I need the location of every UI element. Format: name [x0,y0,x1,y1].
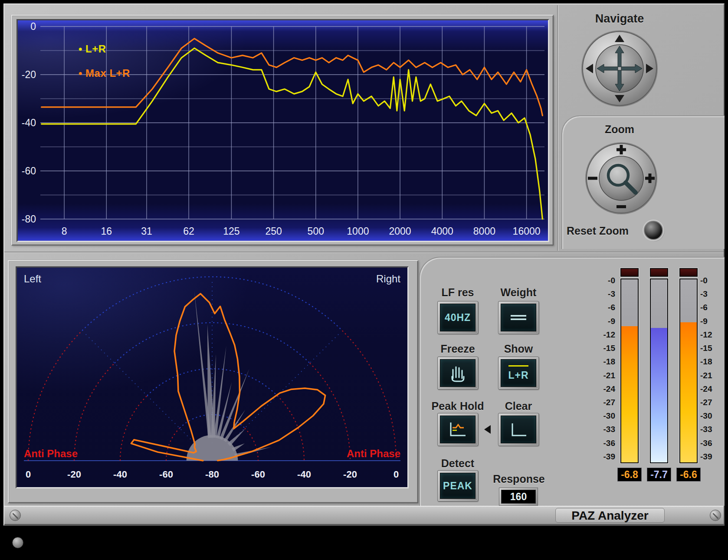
navigate-label: Navigate [563,12,676,26]
meter-scale-tick: -27 [700,398,721,407]
meter-scale-tick: -3 [594,289,615,299]
reset-zoom-button[interactable] [644,221,663,240]
svg-text:500: 500 [308,226,324,237]
lf-res-button[interactable]: 40HZ [437,301,478,334]
meter-fill-left [621,326,638,462]
clear-axis-icon [506,419,531,440]
meter-scale-tick: -33 [594,425,615,434]
svg-text:-20: -20 [22,69,36,80]
zoom-pad[interactable] [584,141,658,215]
meter-scale-tick: -0 [594,276,615,285]
meter-scale-tick: -18 [700,357,721,367]
meter-scale-tick: -30 [594,411,615,421]
anti-phase-left-label: Anti Phase [24,448,78,460]
svg-text:31: 31 [141,226,152,237]
clip-indicator-mid[interactable] [650,268,668,277]
zoom-in-right-icon-bar[interactable] [649,174,652,183]
show-label: Show [495,343,542,355]
show-button[interactable]: L+R [498,357,539,390]
meter-scale-tick: -18 [594,357,615,367]
svg-text:-60: -60 [251,469,265,480]
meter-scale-tick: -9 [700,317,721,326]
meter-scale-tick: -0 [700,276,721,285]
zoom-label: Zoom [563,123,676,136]
weight-label: Weight [495,286,542,299]
meter-scale-tick: -30 [700,411,721,421]
svg-text:-20: -20 [343,469,357,480]
polar-right-label: Right [376,273,400,285]
anti-phase-right-label: Anti Phase [347,448,400,460]
peak-hold-button[interactable] [437,413,478,446]
response-control[interactable]: 160 [499,488,538,506]
response-value: 160 [501,490,536,504]
freeze-button[interactable] [437,357,478,390]
meter-scale-tick: -21 [594,371,615,380]
paz-analyzer-window: 81631621252505001000200040008000160000-2… [0,0,728,560]
meter-scale-tick: -12 [594,330,615,340]
detect-button[interactable]: PEAK [437,470,478,501]
svg-text:0: 0 [26,469,31,480]
level-meter-mid [650,278,668,463]
meter-scale-tick: -39 [700,452,721,462]
meter-scale-tick: -3 [700,289,721,299]
clip-indicator-right[interactable] [679,268,698,277]
peak-hold-label: Peak Hold [428,400,488,413]
meter-scale-tick: -6 [700,303,721,312]
clear-button[interactable] [498,413,539,446]
svg-text:8: 8 [62,226,67,237]
svg-text:-40: -40 [22,117,36,128]
meter-scale-tick: -15 [700,344,721,353]
svg-text:125: 125 [223,226,239,237]
left-arrow-indicator-icon [484,425,491,434]
svg-text:-80: -80 [205,469,219,480]
svg-text:-80: -80 [22,213,36,225]
navigate-pad[interactable] [580,29,659,108]
meter-scale-tick: -15 [594,344,615,353]
meter-scale-tick: -27 [594,398,615,407]
double-line-icon [506,309,531,326]
meter-fill-mid [651,328,667,462]
meter-scale-tick: -39 [594,452,615,462]
screw-icon [12,537,23,548]
zoom-out-bottom-icon[interactable] [617,205,626,208]
polar-left-label: Left [24,273,41,285]
spectrum-display[interactable]: 81631621252505001000200040008000160000-2… [16,19,549,242]
horizontal-divider [4,252,724,252]
show-value: L+R [508,370,528,381]
meter-scale-tick: -12 [700,330,721,340]
meter-scale-left: -0-3-6-9-12-15-18-21-24-27-30-33-36-39 [594,276,615,462]
svg-text:2000: 2000 [389,226,411,237]
peak-hold-axis-icon [446,419,470,440]
screw-icon [10,510,21,521]
svg-text:4000: 4000 [431,226,453,237]
screw-icon [710,510,721,521]
svg-text:250: 250 [265,226,282,237]
clip-indicator-left[interactable] [620,268,639,277]
meter-readout-left[interactable]: -6.8 [617,468,642,481]
detect-value: PEAK [443,480,472,492]
meter-scale-right: -0-3-6-9-12-15-18-21-24-27-30-33-36-39 [700,276,721,462]
svg-text:-60: -60 [22,165,36,177]
meter-scale-tick: -6 [594,303,615,312]
meter-scale-tick: -33 [700,425,721,434]
plugin-title: PAZ Analyzer [555,508,665,523]
zoom-in-top-icon-bar[interactable] [617,148,626,151]
lf-res-value: 40HZ [445,312,471,324]
show-yellow-line-icon [508,365,528,367]
svg-text:0: 0 [30,21,36,32]
weight-button[interactable] [498,301,539,334]
response-label: Response [489,473,549,485]
meter-readout-mid[interactable]: -7.7 [647,468,671,481]
freeze-label: Freeze [432,343,483,355]
meter-readout-right[interactable]: -6.6 [676,468,701,481]
svg-text:-20: -20 [67,469,81,480]
polar-display[interactable]: 0-20-40-60-80-60-40-200 Left Right Anti … [16,266,409,488]
meter-scale-tick: -36 [594,439,615,448]
meter-scale-tick: -24 [594,384,615,394]
reset-zoom-label: Reset Zoom [567,225,629,237]
zoom-out-left-icon[interactable] [588,177,597,180]
legend-item-max-l+r: Max L+R [79,67,130,82]
spectrum-legend: L+R Max L+R [79,43,130,92]
lf-res-label: LF res [432,286,483,299]
meter-scale-tick: -21 [700,371,721,380]
